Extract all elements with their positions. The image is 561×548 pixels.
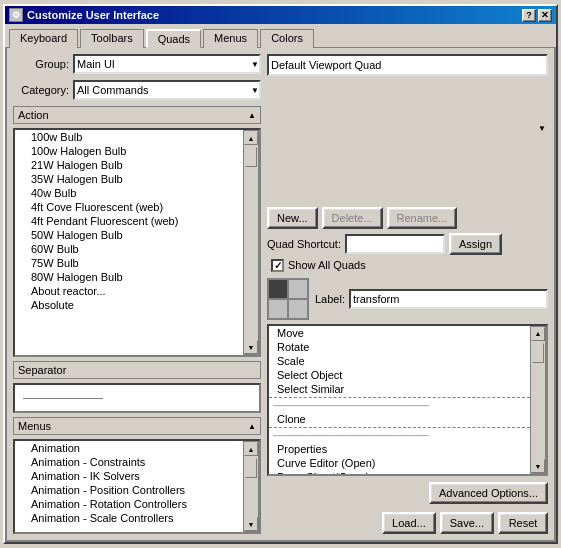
label-text: Label: (315, 293, 345, 305)
right-list: Move Rotate Scale Select Object Select S… (269, 326, 530, 475)
list-item[interactable]: 4ft Cove Fluorescent (web) (15, 200, 243, 214)
list-item[interactable]: Move (269, 326, 530, 340)
tab-quads[interactable]: Quads (146, 29, 201, 48)
action-list-scrollbar[interactable]: ▲ ▼ (243, 130, 259, 355)
quad-visual (267, 278, 309, 320)
category-select[interactable]: All Commands (73, 80, 261, 100)
show-all-quads-checkbox[interactable]: ✓ (271, 259, 284, 272)
group-row: Group: Main UI (13, 54, 261, 74)
advanced-options-button[interactable]: Advanced Options... (429, 482, 548, 504)
window-icon: ⚙ (9, 8, 23, 22)
list-item[interactable]: Properties (269, 442, 530, 456)
scroll-thumb[interactable] (245, 147, 257, 167)
close-button[interactable]: ✕ (538, 9, 552, 22)
main-window: ⚙ Customize User Interface ? ✕ Keyboard … (3, 4, 558, 544)
scroll-down-arrow[interactable]: ▼ (244, 517, 258, 531)
list-item[interactable]: 75W Bulb (15, 256, 243, 270)
list-item[interactable]: 35W Halogen Bulb (15, 172, 243, 186)
delete-button[interactable]: Delete... (322, 207, 383, 229)
list-item[interactable]: 21W Halogen Bulb (15, 158, 243, 172)
list-item[interactable]: Scale (269, 354, 530, 368)
list-item[interactable]: 4ft Pendant Fluorescent (web) (15, 214, 243, 228)
advanced-row: Advanced Options... (267, 482, 548, 504)
tab-menus[interactable]: Menus (203, 29, 258, 48)
quad-visual-row: Label: (267, 278, 548, 320)
list-item[interactable]: Animation - Constraints (15, 455, 243, 469)
separator-line (23, 398, 103, 399)
list-item[interactable]: Animation - Position Controllers (15, 483, 243, 497)
quad-top-left[interactable] (268, 279, 288, 299)
quad-shortcut-row: Quad Shortcut: Assign (267, 233, 548, 255)
label-input[interactable] (349, 289, 548, 309)
assign-button[interactable]: Assign (449, 233, 502, 255)
action-scroll-up[interactable]: ▲ (248, 111, 256, 120)
quad-bottom-right[interactable] (288, 299, 308, 319)
quad-bottom-left[interactable] (268, 299, 288, 319)
viewport-quad-select[interactable]: Default Viewport Quad (267, 54, 548, 76)
list-item[interactable]: Animation - IK Solvers (15, 469, 243, 483)
list-item[interactable]: Select Similar (269, 382, 530, 396)
menus-list: Animation Animation - Constraints Animat… (15, 441, 243, 532)
tabs-bar: Keyboard Toolbars Quads Menus Colors (5, 24, 556, 47)
list-item[interactable]: Curve Editor (Open) (269, 456, 530, 470)
list-item[interactable]: Animation - Rotation Controllers (15, 497, 243, 511)
list-item[interactable]: 50W Halogen Bulb (15, 228, 243, 242)
tab-toolbars[interactable]: Toolbars (80, 29, 144, 48)
save-button[interactable]: Save... (440, 512, 494, 534)
new-button[interactable]: New... (267, 207, 318, 229)
tab-content: Group: Main UI Category: All Commands (5, 47, 556, 542)
group-select-wrap: Main UI (73, 54, 261, 74)
category-select-wrap: All Commands (73, 80, 261, 100)
help-button[interactable]: ? (522, 9, 536, 22)
scroll-up-arrow[interactable]: ▲ (244, 131, 258, 145)
viewport-quad-wrap: Default Viewport Quad (267, 54, 548, 203)
category-label: Category: (13, 84, 69, 96)
group-label: Group: (13, 58, 69, 70)
load-button[interactable]: Load... (382, 512, 436, 534)
action-list: 100w Bulb 100w Halogen Bulb 21W Halogen … (15, 130, 243, 355)
separator-display (13, 383, 261, 413)
menus-scroll-up[interactable]: ▲ (248, 422, 256, 431)
action-header: Action ▲ (13, 106, 261, 124)
list-item[interactable]: Clone (269, 412, 530, 426)
left-panel: Group: Main UI Category: All Commands (13, 54, 261, 534)
action-list-container: 100w Bulb 100w Halogen Bulb 21W Halogen … (13, 128, 261, 357)
menus-header: Menus ▲ (13, 417, 261, 435)
list-item[interactable]: Dope Sheet(Open) (269, 470, 530, 475)
list-item[interactable]: 40w Bulb (15, 186, 243, 200)
list-item[interactable]: Animation - Scale Controllers (15, 511, 243, 525)
tab-keyboard[interactable]: Keyboard (9, 29, 78, 48)
right-list-container: Move Rotate Scale Select Object Select S… (267, 324, 548, 477)
reset-button[interactable]: Reset (498, 512, 548, 534)
show-all-quads-row: ✓ Show All Quads (271, 259, 548, 272)
scroll-down-arrow[interactable]: ▼ (531, 459, 545, 473)
tab-colors[interactable]: Colors (260, 29, 314, 48)
scroll-up-arrow[interactable]: ▲ (531, 327, 545, 341)
list-item[interactable]: 80W Halogen Bulb (15, 270, 243, 284)
list-item[interactable]: Animation (15, 441, 243, 455)
window-title: Customize User Interface (27, 9, 159, 21)
list-item[interactable]: Absolute (15, 298, 243, 312)
quad-top-right[interactable] (288, 279, 308, 299)
quad-shortcut-label: Quad Shortcut: (267, 238, 341, 250)
list-item[interactable]: 60W Bulb (15, 242, 243, 256)
separator-header: Separator (13, 361, 261, 379)
group-select[interactable]: Main UI (73, 54, 261, 74)
list-item[interactable]: Select Object (269, 368, 530, 382)
menus-list-scrollbar[interactable]: ▲ ▼ (243, 441, 259, 532)
label-row: Label: (315, 289, 548, 309)
right-list-scrollbar[interactable]: ▲ ▼ (530, 326, 546, 475)
scroll-thumb[interactable] (532, 343, 544, 363)
scroll-down-arrow[interactable]: ▼ (244, 340, 258, 354)
list-item[interactable]: About reactor... (15, 284, 243, 298)
list-item[interactable]: 100w Bulb (15, 130, 243, 144)
list-item[interactable]: 100w Halogen Bulb (15, 144, 243, 158)
scroll-up-arrow[interactable]: ▲ (244, 442, 258, 456)
title-bar: ⚙ Customize User Interface ? ✕ (5, 6, 556, 24)
list-separator: ────────────────────── (269, 397, 530, 412)
quad-shortcut-input[interactable] (345, 234, 445, 254)
rename-button[interactable]: Rename... (387, 207, 458, 229)
list-item[interactable]: Rotate (269, 340, 530, 354)
scroll-thumb[interactable] (245, 458, 257, 478)
list-separator: ────────────────────── (269, 427, 530, 442)
